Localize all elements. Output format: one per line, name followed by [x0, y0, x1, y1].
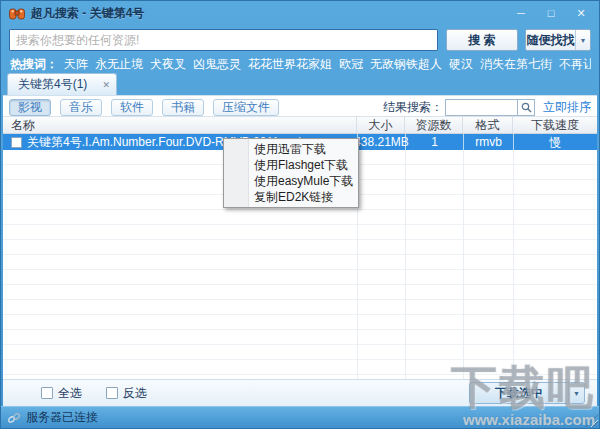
title-bar: 超凡搜索 - 关键第4号 ─ □ ✕	[1, 1, 599, 25]
close-button[interactable]: ✕	[571, 6, 591, 21]
column-divider	[513, 150, 514, 379]
hot-term[interactable]: 凶鬼恶灵	[193, 56, 241, 72]
tab-label: 关键第4号(1)	[18, 76, 87, 93]
status-text: 服务器已连接	[26, 409, 98, 426]
invert-select-group[interactable]: 反选	[106, 385, 147, 402]
select-all-checkbox[interactable]	[41, 387, 53, 399]
result-search-label: 结果搜索：	[383, 99, 443, 116]
sort-now-link[interactable]: 立即排序	[543, 99, 591, 116]
hot-words-row: 热搜词： 天阵 永无止境 犬夜叉 凶鬼恶灵 花花世界花家姐 欧冠 无敌钢铁超人 …	[10, 56, 591, 72]
select-all-label: 全选	[58, 385, 82, 402]
result-search-input[interactable]	[445, 99, 517, 116]
filter-music-button[interactable]: 音乐	[60, 99, 102, 116]
select-all-group[interactable]: 全选	[41, 385, 82, 402]
status-bar: 服务器已连接	[1, 406, 599, 428]
filter-video-button[interactable]: 影视	[9, 99, 51, 116]
result-speed-cell: 慢	[513, 134, 597, 150]
hot-term[interactable]: 消失在第七街	[480, 56, 552, 72]
filter-toolbar: 影视 音乐 软件 书籍 压缩文件 结果搜索： 立即排序	[3, 96, 597, 116]
tab-close-icon[interactable]: ✕	[102, 80, 110, 90]
window-title: 超凡搜索 - 关键第4号	[31, 5, 144, 22]
menu-item-thunder-download[interactable]: 使用迅雷下载	[224, 141, 358, 157]
hot-words-label: 热搜词：	[10, 56, 58, 72]
hot-term[interactable]: 欧冠	[339, 56, 363, 72]
hot-term[interactable]: 无敌钢铁超人	[370, 56, 442, 72]
filter-software-button[interactable]: 软件	[111, 99, 153, 116]
download-selected-label: 下载选中	[470, 385, 568, 402]
header-format[interactable]: 格式	[463, 117, 513, 133]
header-speed[interactable]: 下载速度	[513, 117, 597, 133]
table-header: 名称 大小 资源数 格式 下载速度	[3, 116, 597, 134]
hot-term[interactable]: 不再让你孤单	[559, 56, 591, 72]
context-menu: 使用迅雷下载 使用Flashget下载 使用easyMule下载 复制ED2K链…	[223, 138, 359, 208]
hot-term[interactable]: 天阵	[64, 56, 88, 72]
hot-term[interactable]: 犬夜叉	[150, 56, 186, 72]
search-bar: 搜 索 随便找找 ▼	[9, 29, 591, 51]
result-count-cell: 1	[405, 134, 463, 150]
invert-select-label: 反选	[123, 385, 147, 402]
minimize-button[interactable]: ─	[511, 6, 531, 21]
window-controls: ─ □ ✕	[511, 6, 591, 21]
header-size[interactable]: 大小	[357, 117, 405, 133]
search-icon[interactable]	[517, 99, 535, 116]
lucky-search-button[interactable]: 随便找找 ▼	[525, 29, 591, 51]
maximize-button[interactable]: □	[541, 6, 561, 21]
chevron-down-icon[interactable]: ▼	[568, 383, 584, 403]
menu-item-easymule-download[interactable]: 使用easyMule下载	[224, 173, 358, 189]
filter-archive-button[interactable]: 压缩文件	[213, 99, 279, 116]
selection-panel: 全选 反选 下载选中 ▼	[3, 379, 597, 406]
search-button[interactable]: 搜 索	[446, 29, 518, 51]
result-format-cell: rmvb	[463, 134, 513, 150]
binoculars-icon	[9, 7, 25, 20]
hot-term[interactable]: 花花世界花家姐	[248, 56, 332, 72]
row-checkbox[interactable]	[11, 137, 22, 148]
chevron-down-icon[interactable]: ▼	[575, 30, 590, 50]
resize-grip[interactable]	[585, 414, 598, 427]
app-window: 超凡搜索 - 关键第4号 ─ □ ✕ 搜 索 随便找找 ▼ 热搜词： 天阵 永无…	[0, 0, 600, 429]
column-divider	[463, 150, 464, 379]
header-count[interactable]: 资源数	[405, 117, 463, 133]
search-input[interactable]	[9, 29, 438, 51]
column-divider	[405, 150, 406, 379]
hot-term[interactable]: 永无止境	[95, 56, 143, 72]
hot-term[interactable]: 硬汉	[449, 56, 473, 72]
menu-item-flashget-download[interactable]: 使用Flashget下载	[224, 157, 358, 173]
tab-bar: 关键第4号(1) ✕	[1, 71, 599, 95]
result-size-cell: 438.21MB	[357, 134, 405, 150]
link-icon	[7, 412, 21, 424]
invert-select-checkbox[interactable]	[106, 387, 118, 399]
tab-search-result[interactable]: 关键第4号(1) ✕	[7, 73, 117, 95]
header-name[interactable]: 名称	[3, 117, 357, 133]
download-selected-button[interactable]: 下载选中 ▼	[469, 382, 585, 404]
result-search-group: 结果搜索： 立即排序	[383, 99, 591, 116]
menu-item-copy-ed2k[interactable]: 复制ED2K链接	[224, 189, 358, 205]
filter-books-button[interactable]: 书籍	[162, 99, 204, 116]
lucky-search-label: 随便找找	[526, 32, 575, 49]
